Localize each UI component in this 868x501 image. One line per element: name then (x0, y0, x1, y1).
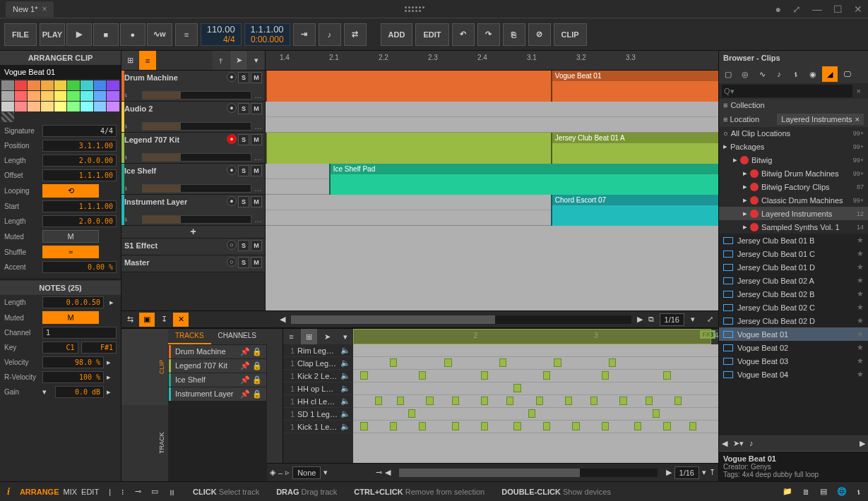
star-icon[interactable]: ★ (857, 356, 864, 366)
color-swatch[interactable] (67, 91, 80, 101)
track-header[interactable]: Legend 707 Kit ● SM ⫮… (121, 133, 265, 164)
color-swatch[interactable] (81, 80, 93, 90)
midi-note[interactable] (646, 397, 653, 405)
lane-speaker-icon[interactable]: 🔈 (340, 346, 350, 355)
stop-icon[interactable]: ■ (93, 23, 119, 46)
sb-right-sliders-icon[interactable]: ⫮ (857, 488, 861, 496)
lane-speaker-icon[interactable]: 🔈 (340, 397, 350, 406)
view-lanes-icon[interactable]: ≡ (139, 51, 156, 70)
track-volume[interactable] (142, 215, 251, 224)
sb-icon-4[interactable]: ⫼ (168, 488, 176, 496)
grid-menu-icon[interactable]: ▾ (685, 313, 701, 327)
detail-key-icon[interactable]: ⊸ (376, 468, 382, 477)
midi-note[interactable] (536, 397, 543, 405)
preview-play-icon[interactable]: ▶ (860, 439, 865, 448)
track-header[interactable]: Master○SM (121, 255, 265, 272)
color-swatch[interactable] (41, 102, 54, 111)
mute-button[interactable]: M (251, 165, 262, 176)
track-io-icon[interactable]: ⫮ (124, 123, 128, 130)
close-icon[interactable]: ✕ (854, 4, 862, 15)
delete-icon[interactable]: ⊘ (528, 23, 551, 46)
note-lane[interactable] (353, 395, 718, 408)
detail-audition-icon[interactable]: ▹ (285, 468, 290, 477)
detail-grid-icon[interactable]: ⊞ (301, 329, 317, 344)
star-icon[interactable]: ★ (857, 289, 864, 298)
track-header[interactable]: Instrument Layer ● SM ⫮… (121, 195, 265, 226)
detail-list-icon[interactable]: ≡ (283, 329, 299, 344)
note-lane[interactable] (353, 357, 718, 370)
lane-speaker-icon[interactable]: 🔈 (340, 422, 350, 431)
star-icon[interactable]: ★ (857, 330, 864, 339)
note-muted-toggle[interactable]: M (42, 311, 99, 324)
color-swatch[interactable] (107, 91, 119, 101)
record-arm-icon[interactable]: ● (227, 72, 237, 82)
midi-note[interactable] (634, 422, 641, 430)
tree-row[interactable]: ▸ Bitwig Drum Machines99+ (719, 167, 868, 180)
accent-value[interactable]: 0.00 % (42, 261, 117, 273)
track-lane[interactable] (266, 102, 718, 133)
offset-value[interactable]: 1.1.1.00 (42, 169, 117, 181)
midi-note[interactable] (426, 397, 433, 405)
lane-speaker-icon[interactable]: 🔈 (340, 371, 350, 380)
midi-note[interactable] (543, 422, 550, 430)
track-more-icon[interactable]: … (254, 91, 262, 99)
track-volume[interactable] (142, 122, 251, 131)
color-swatch[interactable] (107, 102, 119, 111)
track-header[interactable]: Ice Shelf ● SM ⫮… (121, 164, 265, 195)
color-swatch[interactable] (81, 91, 93, 101)
minimize-icon[interactable]: — (812, 4, 822, 15)
detail-track-row[interactable]: Instrument Layer📌 🔒 (169, 387, 266, 401)
note-length-lock-icon[interactable]: ▸ (107, 298, 117, 307)
position-value[interactable]: 3.1.1.00 (42, 140, 117, 152)
length-value[interactable]: 2.0.0.00 (42, 155, 117, 167)
key-high[interactable]: F#1 (81, 342, 117, 354)
note-length-value[interactable]: 0.0.0.50 (42, 296, 104, 308)
track-io-icon[interactable]: ⫮ (124, 216, 128, 223)
vtab-clip[interactable]: CLIP (121, 329, 168, 405)
midi-note[interactable] (663, 371, 670, 380)
detail-h-scrollbar[interactable] (399, 469, 657, 477)
vtab-track[interactable]: TRACK (121, 405, 168, 481)
midi-note[interactable] (390, 422, 397, 430)
sb-right-map-icon[interactable]: 🌐 (837, 487, 847, 496)
grid-select[interactable]: 1/16 (660, 313, 684, 326)
track-io-icon[interactable]: ⫮ (124, 154, 128, 161)
view-config-icon[interactable]: ⫯ (213, 51, 230, 70)
tree-row[interactable]: ▸ Classic Drum Machines99+ (719, 193, 868, 207)
paste-icon[interactable]: ⎘ (503, 23, 525, 46)
browser-item[interactable]: Jersey Club Beat 01 B★ (719, 234, 868, 247)
midi-note[interactable] (481, 422, 488, 430)
gain-dropdown-icon[interactable]: ▾ (42, 387, 52, 397)
loop-bars-icon[interactable]: ≡ (175, 23, 198, 46)
velocity-value[interactable]: 98.0 % (42, 356, 104, 368)
detail-select-menu[interactable]: ▾ (323, 468, 328, 477)
lane-row[interactable]: 1SD 1 Legen...🔈 (283, 408, 353, 421)
color-swatch[interactable] (94, 91, 107, 101)
tree-row[interactable]: ▸ Sampled Synths Vol. 114 (719, 220, 868, 234)
midi-note[interactable] (375, 397, 382, 405)
midi-note[interactable] (390, 358, 397, 367)
color-swatch[interactable] (15, 102, 28, 111)
detail-tab-tracks[interactable]: TRACKS (168, 329, 211, 344)
midi-note[interactable] (419, 371, 426, 380)
preview-prev-icon[interactable]: ◀ (722, 439, 727, 448)
note-lane[interactable] (353, 382, 718, 395)
color-swatch[interactable] (15, 80, 28, 90)
browser-item[interactable]: Jersey Club Beat 01 C★ (719, 247, 868, 260)
track-header[interactable]: Audio 2 ● SM ⫮… (121, 102, 265, 133)
muted-toggle[interactable]: M (42, 230, 99, 243)
browser-tab-sliders-icon[interactable]: ⫮ (788, 66, 804, 82)
star-icon[interactable]: ★ (857, 316, 864, 325)
detail-track-row[interactable]: Ice Shelf📌 🔒 (169, 373, 266, 387)
preview-note-icon[interactable]: ♪ (749, 439, 754, 447)
track-more-icon[interactable]: … (254, 153, 262, 162)
tab-close-icon[interactable]: × (42, 4, 47, 14)
browser-item[interactable]: Vogue Beat 01★ (719, 327, 868, 341)
location-header[interactable]: ≡ Location Layered Instruments× (719, 111, 868, 127)
record-arm-icon[interactable]: ● (227, 196, 237, 206)
mute-button[interactable]: M (251, 134, 262, 145)
track-more-icon[interactable]: … (254, 215, 262, 224)
view-grid-icon[interactable]: ⊞ (121, 51, 138, 70)
sb-right-folder-icon[interactable]: 📁 (783, 487, 792, 496)
star-icon[interactable]: ★ (857, 276, 864, 285)
